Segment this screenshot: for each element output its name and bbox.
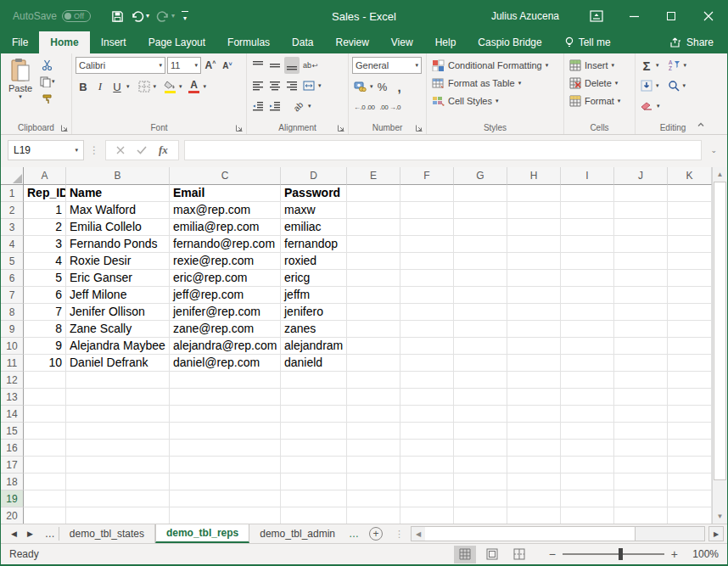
- cell-J15[interactable]: [614, 423, 668, 440]
- cell-E11[interactable]: [347, 355, 400, 372]
- cell-F15[interactable]: [400, 423, 454, 440]
- cell-B11[interactable]: Daniel Defrank: [66, 355, 170, 372]
- tab-home[interactable]: Home: [39, 31, 89, 53]
- row-header-12[interactable]: 12: [1, 372, 24, 389]
- cell-A18[interactable]: [24, 474, 66, 490]
- cell-B10[interactable]: Alejandra Maybee: [66, 338, 170, 355]
- row-header-13[interactable]: 13: [1, 389, 24, 406]
- cell-H18[interactable]: [507, 474, 561, 490]
- cell-I20[interactable]: [561, 507, 614, 524]
- cell-K20[interactable]: [668, 507, 712, 524]
- cell-H13[interactable]: [507, 389, 561, 406]
- increase-font-size-button[interactable]: A˄: [203, 57, 218, 74]
- percent-style-button[interactable]: %: [375, 78, 390, 95]
- cell-B7[interactable]: Jeff Milone: [66, 287, 170, 304]
- cell-G13[interactable]: [454, 389, 507, 406]
- cell-F7[interactable]: [400, 287, 454, 304]
- fill-color-caret-icon[interactable]: ▾: [179, 83, 182, 90]
- vertical-scroll-track[interactable]: [713, 480, 727, 509]
- sheet-tab-demo-tbl-states[interactable]: demo_tbl_states: [59, 524, 155, 543]
- cell-J6[interactable]: [614, 270, 668, 287]
- cell-K18[interactable]: [668, 474, 712, 490]
- sheet-overflow-right[interactable]: …: [345, 528, 362, 540]
- column-header-D[interactable]: D: [281, 167, 347, 185]
- tab-insert[interactable]: Insert: [90, 31, 137, 53]
- align-right-button[interactable]: [284, 77, 300, 94]
- row-header-7[interactable]: 7: [1, 287, 24, 304]
- horizontal-scroll-track[interactable]: [636, 527, 704, 541]
- cell-E6[interactable]: [347, 270, 400, 287]
- cell-A19[interactable]: [24, 490, 66, 507]
- column-header-A[interactable]: A: [24, 167, 66, 185]
- orientation-button[interactable]: ab: [291, 98, 306, 115]
- row-header-3[interactable]: 3: [1, 219, 24, 236]
- cell-C7[interactable]: jeff@rep.com: [170, 287, 281, 304]
- increase-indent-button[interactable]: [267, 98, 283, 115]
- cell-B1[interactable]: Name: [66, 185, 170, 202]
- cell-F2[interactable]: [400, 202, 454, 219]
- row-header-8[interactable]: 8: [1, 304, 24, 321]
- zoom-level[interactable]: 100%: [683, 548, 719, 560]
- format-as-table-button[interactable]: Format as Table▾: [430, 74, 550, 92]
- cell-G14[interactable]: [454, 406, 507, 423]
- cell-D9[interactable]: zanes: [281, 321, 347, 338]
- cell-J13[interactable]: [614, 389, 668, 406]
- user-name[interactable]: Julius Azucena: [491, 10, 559, 22]
- formula-input[interactable]: [184, 140, 703, 160]
- share-button[interactable]: Share: [656, 31, 727, 53]
- cell-E1[interactable]: [347, 185, 400, 202]
- bold-button[interactable]: B: [76, 78, 91, 95]
- cell-B6[interactable]: Eric Ganser: [66, 270, 170, 287]
- cell-G6[interactable]: [454, 270, 507, 287]
- fill-caret-icon[interactable]: ▾: [656, 82, 659, 89]
- underline-button[interactable]: U: [109, 78, 125, 95]
- cell-C12[interactable]: [170, 372, 281, 389]
- cell-A4[interactable]: 3: [24, 236, 66, 253]
- font-name-combo[interactable]: Calibri▾: [76, 57, 165, 74]
- cell-I13[interactable]: [561, 389, 614, 406]
- cell-D20[interactable]: [281, 507, 347, 524]
- row-header-10[interactable]: 10: [1, 338, 24, 355]
- cell-A2[interactable]: 1: [24, 202, 66, 219]
- cell-H12[interactable]: [507, 372, 561, 389]
- cell-D11[interactable]: danield: [281, 355, 347, 372]
- borders-caret-icon[interactable]: ▾: [154, 83, 157, 90]
- underline-caret-icon[interactable]: ▾: [126, 83, 130, 90]
- cell-styles-button[interactable]: Cell Styles▾: [430, 92, 550, 109]
- format-painter-button[interactable]: [38, 90, 57, 107]
- row-header-15[interactable]: 15: [1, 423, 24, 440]
- cell-B5[interactable]: Roxie Desir: [66, 253, 170, 270]
- cell-I1[interactable]: [561, 185, 614, 202]
- cell-K7[interactable]: [668, 287, 712, 304]
- cell-G1[interactable]: [454, 185, 507, 202]
- cell-E18[interactable]: [347, 474, 400, 490]
- tab-page-layout[interactable]: Page Layout: [137, 31, 216, 53]
- cell-K1[interactable]: [668, 185, 712, 202]
- cell-F11[interactable]: [400, 355, 454, 372]
- cell-I6[interactable]: [561, 270, 614, 287]
- cell-F6[interactable]: [400, 270, 454, 287]
- cell-J11[interactable]: [614, 355, 668, 372]
- decrease-indent-button[interactable]: [250, 98, 266, 115]
- cell-A16[interactable]: [24, 440, 66, 457]
- sheet-nav-left-icon[interactable]: ◀: [11, 530, 17, 538]
- autosum-button[interactable]: Σ: [639, 57, 654, 74]
- cell-G15[interactable]: [454, 423, 507, 440]
- cell-J16[interactable]: [614, 440, 668, 457]
- cell-I11[interactable]: [561, 355, 614, 372]
- increase-decimal-button[interactable]: ←.0 .00: [352, 98, 377, 115]
- cell-K11[interactable]: [668, 355, 712, 372]
- cell-B15[interactable]: [66, 423, 170, 440]
- cell-D7[interactable]: jeffm: [281, 287, 347, 304]
- cell-I18[interactable]: [561, 474, 614, 490]
- tab-data[interactable]: Data: [281, 31, 324, 53]
- row-header-16[interactable]: 16: [1, 440, 24, 457]
- row-header-4[interactable]: 4: [1, 236, 24, 253]
- cell-J5[interactable]: [614, 253, 668, 270]
- fill-button[interactable]: [639, 77, 654, 94]
- cell-C17[interactable]: [170, 457, 281, 474]
- cell-H6[interactable]: [507, 270, 561, 287]
- cell-G18[interactable]: [454, 474, 507, 490]
- cell-C10[interactable]: alejandra@rep.com: [170, 338, 281, 355]
- column-header-I[interactable]: I: [561, 167, 614, 185]
